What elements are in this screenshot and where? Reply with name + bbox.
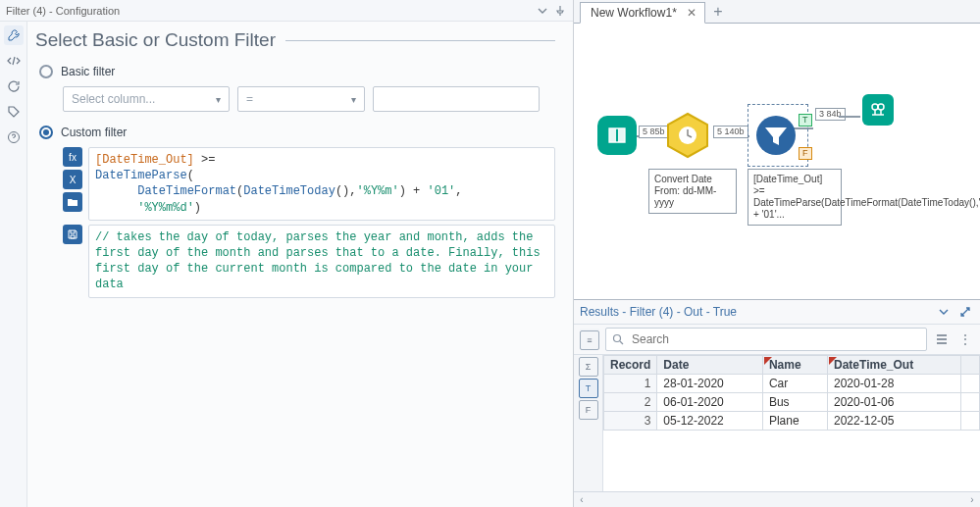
more-icon[interactable]: ⋮ [956,330,974,348]
radio-icon [39,126,53,139]
radio-icon [39,65,53,78]
workflow-canvas[interactable]: 5 85b 5 140b T F 3 84b [574,24,980,299]
menu-icon[interactable] [933,330,951,348]
table-row[interactable]: 206-01-2020Bus2020-01-06 [604,393,980,412]
true-anchor[interactable]: T [799,114,812,127]
svg-point-6 [614,335,621,342]
annotation-box[interactable]: [DateTime_Out] >= DateTimeParse(DateTime… [748,169,842,226]
results-title: Results - Filter (4) - Out - True [580,305,737,319]
false-output-icon[interactable]: F [579,400,598,420]
basic-filter-radio[interactable]: Basic filter [39,65,555,78]
custom-filter-radio[interactable]: Custom filter [39,126,555,139]
false-anchor[interactable]: F [799,147,812,160]
chevron-down-icon[interactable] [536,4,549,18]
output-anchor[interactable]: 3 84b [815,108,846,121]
config-panel-title: Filter (4) - Configuration [6,5,536,17]
operator-select[interactable]: = ▾ [237,86,365,112]
col-record[interactable]: Record [604,356,657,375]
col-datetime-out[interactable]: DateTime_Out [828,356,961,375]
fx-icon[interactable]: fx [63,147,82,167]
svg-point-4 [872,104,878,110]
table-row[interactable]: 305-12-2022Plane2022-12-05 [604,412,980,431]
workflow-tab[interactable]: New Workflow1* ✕ [580,2,705,24]
output-anchor[interactable]: 5 140b [713,126,748,138]
chevron-down-icon[interactable] [935,303,953,321]
sigma-icon[interactable]: Σ [579,357,598,377]
comment-box[interactable]: // takes the day of today, parses the ye… [88,225,555,298]
svg-point-5 [878,104,884,110]
text-input-tool[interactable] [597,116,637,155]
pin-icon[interactable] [553,4,567,18]
filter-tool[interactable] [754,114,798,157]
x-column-icon[interactable]: X [63,170,82,189]
expression-editor[interactable]: [DateTime_Out] >= DateTimeParse( DateTim… [88,147,555,221]
rows-icon[interactable]: ≡ [580,330,599,350]
xml-icon[interactable] [4,51,24,71]
chevron-down-icon: ▾ [216,94,221,105]
help-icon[interactable] [4,127,24,147]
col-name[interactable]: Name [762,356,827,375]
new-tab-button[interactable]: + [707,1,729,23]
annotation-box[interactable]: Convert Date From: dd-MM-yyyy [648,169,737,214]
table-row[interactable]: 128-01-2020Car2020-01-28 [604,375,980,393]
browse-tool[interactable] [862,94,894,126]
tag-icon[interactable] [4,102,24,122]
config-title: Select Basic or Custom Filter [35,29,555,51]
close-icon[interactable]: ✕ [685,6,698,20]
results-grid[interactable]: Record Date Name DateTime_Out 128-01-202… [603,355,980,491]
config-sidebar [0,22,27,507]
horizontal-scrollbar[interactable]: ‹ › [574,491,980,507]
popout-icon[interactable] [956,303,974,321]
folder-icon[interactable] [63,192,82,212]
table-header-row: Record Date Name DateTime_Out [604,356,980,375]
config-panel-header: Filter (4) - Configuration [0,0,573,22]
save-icon[interactable] [63,225,82,244]
value-input[interactable] [373,86,540,112]
wrench-icon[interactable] [4,25,24,45]
results-panel: Results - Filter (4) - Out - True ≡ ⋮ Σ … [574,299,980,507]
col-date[interactable]: Date [657,356,763,375]
chevron-down-icon: ▾ [351,94,356,105]
results-search[interactable] [605,328,927,351]
search-input[interactable] [630,331,920,347]
column-select[interactable]: Select column... ▾ [63,86,230,112]
refresh-icon[interactable] [4,76,24,96]
search-icon [612,333,624,345]
true-output-icon[interactable]: T [579,379,598,398]
workflow-tabbar: New Workflow1* ✕ + [574,0,980,24]
datetime-tool[interactable] [664,112,711,159]
